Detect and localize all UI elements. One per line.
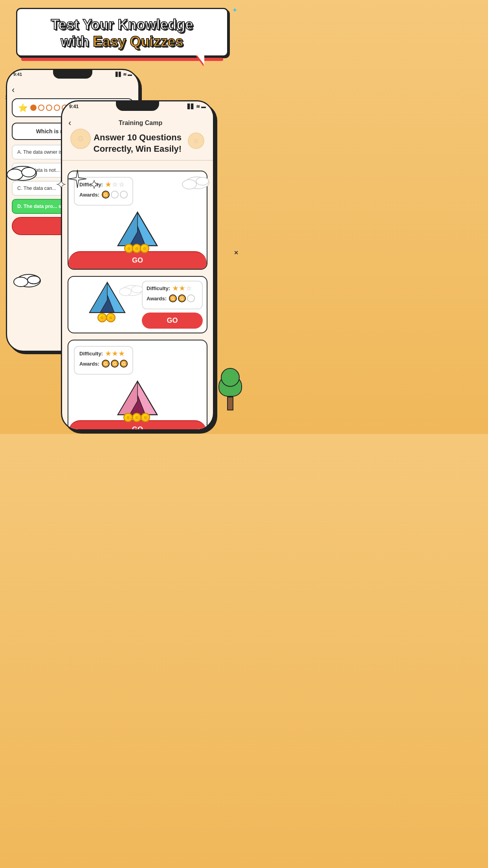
star2-2: ★ xyxy=(179,285,185,292)
coin-c3: G xyxy=(140,244,149,253)
hero-underline xyxy=(21,58,223,61)
tent3-coins: G G G xyxy=(125,413,150,422)
svg-text:G: G xyxy=(194,138,198,144)
card1-awards: Awards: G xyxy=(79,191,128,199)
training-card-3: Difficulty: ★ ★ ★ Awards: G G G xyxy=(68,340,207,429)
card2-difficulty: Difficulty: ★ ★ ☆ xyxy=(147,285,198,292)
coin1-2 xyxy=(111,191,119,199)
deco-coin-1: G xyxy=(70,128,92,150)
star3-1: ★ xyxy=(105,350,111,357)
svg-point-16 xyxy=(132,286,143,293)
phone-front: 9:41 ▋▋ ≋ ▬ G G ‹ Training Camp Answer 1… xyxy=(61,100,214,430)
front-status-icons: ▋▋ ≋ ▬ xyxy=(187,104,206,109)
card2-coins: G G xyxy=(169,294,195,302)
dot-2 xyxy=(38,105,44,111)
card2-info: Difficulty: ★ ★ ☆ Awards: G G xyxy=(142,281,203,309)
card3-difficulty: Difficulty: ★ ★ ★ xyxy=(79,350,128,357)
training-card-2: G G Difficulty: ★ ★ ☆ Awa xyxy=(68,276,207,333)
hero-title: Test Your Knowledge with Easy Quizzes xyxy=(28,16,216,50)
back-time: 9:41 xyxy=(13,72,22,77)
front-nav-title: Training Camp xyxy=(74,120,207,127)
tent2-coins: G G xyxy=(99,313,116,322)
sparkle-decoration xyxy=(56,169,99,191)
front-scroll[interactable]: Difficulty: ★ ☆ ☆ Awards: G xyxy=(62,164,213,429)
card1-go-btn[interactable]: GO xyxy=(68,251,207,269)
cloud-back-1 xyxy=(6,160,39,181)
star1-3: ☆ xyxy=(119,181,124,188)
tree-front-top2 xyxy=(221,368,240,387)
coin2a-2: G xyxy=(178,294,186,302)
coin1-3 xyxy=(120,191,128,199)
deco-coin-2: G xyxy=(187,132,205,150)
star2-3: ☆ xyxy=(186,285,191,292)
star2-1: ★ xyxy=(172,285,178,292)
coin2-c2: G xyxy=(106,313,116,322)
tent1-container: G G G xyxy=(116,210,159,251)
front-time: 9:41 xyxy=(69,104,79,109)
svg-text:G: G xyxy=(78,135,83,143)
cloud-card2 xyxy=(118,281,144,296)
coin3-3: G xyxy=(120,360,128,368)
card3-coins: G G G xyxy=(102,360,128,368)
dot-3 xyxy=(46,105,52,111)
star3-2: ★ xyxy=(112,350,117,357)
card3-stars: ★ ★ ★ xyxy=(105,350,124,357)
card2-left: G G xyxy=(72,281,142,329)
svg-point-15 xyxy=(119,288,131,296)
card3-tent-area: G G G xyxy=(74,379,201,420)
back-status-bar: 9:41 ▋▋ ≋ ▬ xyxy=(7,72,138,77)
svg-point-27 xyxy=(196,177,209,185)
star3-3: ★ xyxy=(119,350,124,357)
hero-banner: Test Your Knowledge with Easy Quizzes xyxy=(16,8,228,57)
deco-star-2: ✦ xyxy=(232,6,238,15)
tree-front-trunk xyxy=(227,397,233,410)
dot-4 xyxy=(54,105,60,111)
coin2a-1: G xyxy=(169,294,177,302)
card1-stars: ★ ☆ ☆ xyxy=(105,181,124,188)
star1-2: ☆ xyxy=(112,181,117,188)
svg-point-2 xyxy=(22,167,36,177)
coin2-c1: G xyxy=(97,313,107,322)
coin3-c3: G xyxy=(141,413,150,422)
card2-go-btn[interactable]: GO xyxy=(142,313,203,329)
cloud-back-2 xyxy=(11,269,42,288)
coin3-2: G xyxy=(111,360,119,368)
coin1-1: G xyxy=(102,191,110,199)
front-status-bar: 9:41 ▋▋ ≋ ▬ xyxy=(62,104,213,109)
deco-cross-2: ✕ xyxy=(234,250,238,256)
dot-1 xyxy=(30,105,37,111)
card2-right: Difficulty: ★ ★ ☆ Awards: G G xyxy=(142,281,203,329)
front-nav-row: ‹ Training Camp xyxy=(68,118,207,128)
back-status-icons: ▋▋ ≋ ▬ xyxy=(116,72,132,77)
tent3-container: G G G xyxy=(116,379,159,420)
star-icon-progress: ⭐ xyxy=(18,103,28,112)
coin3-c2: G xyxy=(132,413,141,422)
star1-1: ★ xyxy=(105,181,111,188)
front-back-btn[interactable]: ‹ xyxy=(68,118,71,128)
coin3-1: G xyxy=(102,360,110,368)
card1-tent-area: G G G xyxy=(74,210,201,251)
svg-point-5 xyxy=(28,276,40,284)
card1-coins: G xyxy=(102,191,128,199)
svg-point-26 xyxy=(182,180,196,189)
sparkle-svg xyxy=(68,169,87,189)
tent1-coins: G G G xyxy=(126,244,149,253)
coin3-c1: G xyxy=(123,413,133,422)
hero-banner-tail xyxy=(197,55,204,65)
front-top-section: G G ‹ Training Camp Answer 10 QuestionsC… xyxy=(62,112,213,161)
card2-stars: ★ ★ ☆ xyxy=(172,285,191,292)
back-nav-btn[interactable]: ‹ xyxy=(12,85,15,95)
svg-point-4 xyxy=(14,277,28,287)
card3-info: Difficulty: ★ ★ ★ Awards: G G G xyxy=(74,346,133,375)
coin2a-3 xyxy=(187,294,195,302)
card2-awards: Awards: G G xyxy=(147,294,198,302)
svg-point-1 xyxy=(7,169,23,180)
card3-awards: Awards: G G G xyxy=(79,360,128,368)
tree-front-right xyxy=(218,375,242,410)
cloud-front-1 xyxy=(180,170,211,190)
